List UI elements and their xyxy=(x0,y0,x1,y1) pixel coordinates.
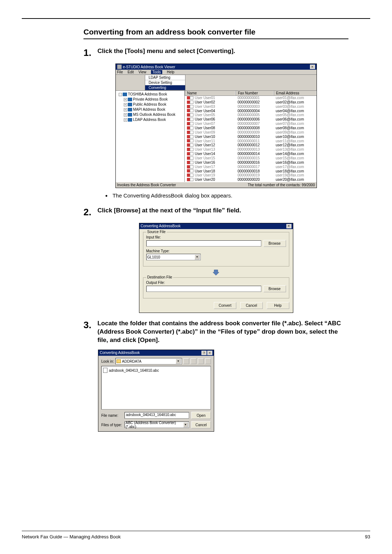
tree-view[interactable]: -TOSHIBA Address Book +Private Address B… xyxy=(116,91,185,182)
dialog-titlebar: Converting AddressBook ? × xyxy=(98,350,214,356)
tree-root[interactable]: TOSHIBA Address Book xyxy=(128,92,167,96)
close-icon[interactable]: × xyxy=(286,224,291,228)
dialog-titlebar: Converting AddressBook × xyxy=(139,223,293,229)
table-row[interactable]: User User1200000000012user12@ifax.com xyxy=(185,143,317,147)
menu-file[interactable]: File xyxy=(117,70,123,74)
filetype-value: ABC (Address Book Converter) (*.abc) xyxy=(126,421,183,429)
section-title: Converting from an address book converte… xyxy=(83,28,348,36)
group-label-destination: Destination File xyxy=(146,275,173,279)
up-folder-icon[interactable] xyxy=(191,358,196,364)
window-titlebar: e-STUDIO Address Book Viewer × xyxy=(116,64,317,70)
table-row[interactable]: User User0900000000009user09@ifax.com xyxy=(185,130,317,135)
step-1-text: Click the [Tools] menu and select [Conve… xyxy=(97,47,348,56)
status-right: The total number of the contacts: 99/200… xyxy=(248,183,315,187)
new-folder-icon[interactable] xyxy=(198,358,204,364)
app-icon xyxy=(117,65,122,69)
table-row[interactable]: User User0700000000007user07@ifax.com xyxy=(185,122,317,126)
machine-type-value: GL1010 xyxy=(147,255,160,259)
table-row[interactable]: User User0500000000005user05@ifax.com xyxy=(185,113,317,117)
table-row[interactable]: User User1600000000016user16@ifax.com xyxy=(185,160,317,165)
folder-icon xyxy=(117,359,121,363)
machine-type-select[interactable]: GL1010 ▾ xyxy=(146,254,201,260)
tree-item[interactable]: MAPI Address Book xyxy=(133,107,166,111)
screenshot-address-book-viewer: e-STUDIO Address Book Viewer × File Edit… xyxy=(115,64,317,188)
tree-item[interactable]: MS Outlook Address Book xyxy=(133,113,176,117)
file-item-name: adrsbook_040413_164810.abc xyxy=(109,368,159,372)
toolbar-button-2[interactable] xyxy=(127,76,133,83)
menu-help[interactable]: Help xyxy=(167,70,175,74)
step-3-number: 3. xyxy=(83,319,96,331)
table-row[interactable]: User User1900000000019user19@ifax.com xyxy=(185,173,317,178)
col-email[interactable]: Email Address xyxy=(274,91,317,95)
table-row[interactable]: User User0200000000002user02@ifax.com xyxy=(185,100,317,105)
contact-list: Name Fax Number Email Address User User0… xyxy=(185,91,317,182)
lookin-select[interactable]: ADDRDATA ▾ xyxy=(115,358,182,364)
tools-menu-converting[interactable]: Converting xyxy=(145,85,185,90)
output-file-field[interactable] xyxy=(146,286,261,292)
source-file-group: Source File Input file: Browse Machine T… xyxy=(143,232,289,266)
menu-bar: File Edit View Tools Help xyxy=(116,70,317,75)
filetype-select[interactable]: ABC (Address Book Converter) (*.abc) ▾ xyxy=(124,421,189,428)
window-title: e-STUDIO Address Book Viewer xyxy=(123,65,175,69)
menu-edit[interactable]: Edit xyxy=(127,70,134,74)
filetype-label: Files of type: xyxy=(101,423,122,427)
toolbar xyxy=(116,75,144,84)
toolbar-button-5[interactable] xyxy=(196,76,203,83)
lookin-value: ADDRDATA xyxy=(122,359,142,363)
toolbar-button-7[interactable] xyxy=(214,76,220,83)
close-icon[interactable]: × xyxy=(207,351,212,355)
table-row[interactable]: User User2000000000020user20@ifax.com xyxy=(185,178,317,182)
table-row[interactable]: User User1400000000014user14@ifax.com xyxy=(185,152,317,156)
toolbar-button-4[interactable] xyxy=(188,76,194,83)
col-fax[interactable]: Fax Number xyxy=(236,91,274,95)
filename-field[interactable]: adrsbook_040413_164810.abc xyxy=(124,412,189,419)
convert-button[interactable]: Convert xyxy=(214,302,236,309)
table-row[interactable]: User User0400000000004user04@ifax.com xyxy=(185,109,317,113)
input-file-field[interactable] xyxy=(146,240,261,247)
step-1-number: 1. xyxy=(83,47,96,58)
browse-output-button[interactable]: Browse xyxy=(264,285,286,292)
menu-view[interactable]: View xyxy=(138,70,146,74)
table-row[interactable]: User User0100000000001user01@ifax.com xyxy=(185,96,317,100)
status-bar: Invokes the Address Book Converter The t… xyxy=(116,182,317,188)
cancel-button[interactable]: Cancel xyxy=(191,421,211,428)
help-icon[interactable]: ? xyxy=(201,351,207,355)
tools-menu-device[interactable]: Device Setting xyxy=(145,80,185,85)
table-row[interactable]: User User0300000000003user03@ifax.com xyxy=(185,105,317,109)
list-header: Name Fax Number Email Address xyxy=(185,91,317,96)
table-row[interactable]: User User1800000000018user18@ifax.com xyxy=(185,169,317,174)
step-2-text: Click [Browse] at the next of the “Input… xyxy=(97,207,348,215)
toolbar-button-6[interactable] xyxy=(205,76,212,83)
table-row[interactable]: User User1100000000011user11@ifax.com xyxy=(185,139,317,143)
table-row[interactable]: User User0600000000006user06@ifax.com xyxy=(185,117,317,122)
file-list-pane[interactable]: adrsbook_040413_164810.abc xyxy=(101,366,211,410)
chevron-down-icon[interactable]: ▾ xyxy=(183,422,188,427)
table-row[interactable]: User User0800000000008user08@ifax.com xyxy=(185,126,317,130)
browse-input-button[interactable]: Browse xyxy=(264,240,286,247)
table-row[interactable]: User User1500000000015user15@ifax.com xyxy=(185,156,317,160)
cancel-button[interactable]: Cancel xyxy=(240,302,263,309)
table-row[interactable]: User User1300000000013user13@ifax.com xyxy=(185,147,317,152)
tree-item[interactable]: Public Address Book xyxy=(133,102,167,106)
file-item[interactable]: adrsbook_040413_164810.abc xyxy=(103,368,209,373)
screenshot-open-dialog: Converting AddressBook ? × Look in: ADDR… xyxy=(98,350,214,432)
table-row[interactable]: User User1000000000010user10@ifax.com xyxy=(185,135,317,139)
toolbar-button-3[interactable] xyxy=(135,76,142,83)
machine-type-label: Machine Type: xyxy=(146,249,286,253)
page-footer: Network Fax Guide — Managing Address Boo… xyxy=(22,531,370,539)
open-button[interactable]: Open xyxy=(191,412,211,419)
tools-menu-ldap[interactable]: LDAP Setting xyxy=(145,75,185,80)
menu-tools[interactable]: Tools xyxy=(151,70,162,74)
chevron-down-icon[interactable]: ▾ xyxy=(195,254,200,260)
back-icon[interactable] xyxy=(183,358,189,364)
tree-item[interactable]: LDAP Address Book xyxy=(133,118,166,122)
chevron-down-icon[interactable]: ▾ xyxy=(176,359,181,364)
toolbar-button-1[interactable] xyxy=(118,76,124,83)
close-icon[interactable]: × xyxy=(310,65,315,69)
help-button[interactable]: Help xyxy=(267,302,289,309)
col-name[interactable]: Name xyxy=(185,91,236,95)
input-file-label: Input file: xyxy=(146,235,286,239)
view-menu-icon[interactable] xyxy=(205,358,211,364)
table-row[interactable]: User User1700000000017user17@ifax.com xyxy=(185,165,317,169)
tree-item[interactable]: Private Address Book xyxy=(133,97,168,101)
